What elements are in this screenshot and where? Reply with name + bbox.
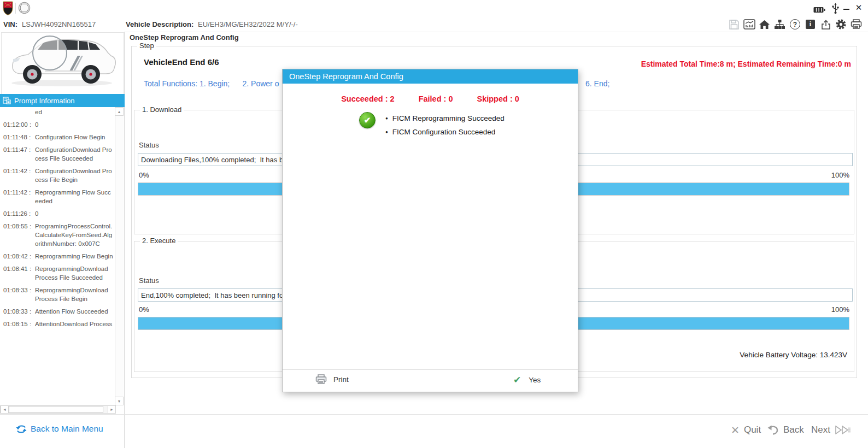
mg-round-logo-icon	[18, 2, 31, 16]
info-button[interactable]: i	[804, 18, 817, 31]
log-time: 01:08:15 :	[3, 320, 34, 330]
quit-label: Quit	[744, 425, 761, 435]
toolbar: ? i	[728, 18, 863, 31]
log-entry: 01:11:42 : ConfigurationDownload Process…	[3, 167, 114, 184]
settings-gear-button[interactable]	[835, 18, 847, 31]
yes-label: Yes	[529, 376, 541, 384]
log-entry: 01:08:41 : ReprogrammingDownload Process…	[3, 264, 114, 282]
suv-illustration	[2, 33, 122, 93]
scroll-right-arrow-icon[interactable]: ►	[108, 405, 116, 414]
battery-voltage-text: Vehicle Battery Voltage: 13.423V	[740, 351, 847, 359]
home-button[interactable]	[758, 18, 771, 31]
vehicle-image	[1, 32, 124, 95]
print-button[interactable]: Print	[315, 374, 349, 385]
vehicle-description-value: EU/EH3/MG/EH32/2022 M/Y/-/-	[198, 20, 298, 28]
next-button[interactable]: Next	[811, 422, 851, 438]
dialog-titlebar[interactable]: OneStep Reprogram And Config	[283, 69, 578, 84]
log-time: 01:11:42 :	[3, 188, 34, 205]
logo-divider	[15, 3, 16, 14]
back-label: Back	[783, 425, 804, 435]
skipped-count: Skipped : 0	[477, 95, 519, 103]
result-item: FICM Configuration Succeeded	[385, 126, 505, 139]
log-message: ConfigurationDownload Process File Succe…	[35, 145, 114, 163]
next-label: Next	[811, 425, 830, 435]
scroll-left-arrow-icon[interactable]: ◄	[1, 405, 9, 414]
yes-check-icon: ✔	[513, 374, 521, 386]
report-chart-button[interactable]	[743, 18, 755, 31]
print-toolbar-button[interactable]	[850, 18, 863, 31]
log-message: 0	[35, 209, 114, 218]
dialog-footer: Print ✔ Yes	[283, 369, 578, 392]
download-percent-min: 0%	[139, 171, 149, 179]
close-button[interactable]: ✕	[854, 2, 864, 13]
download-status-label: Status	[139, 141, 159, 149]
result-detail: ✔ FICM Reprogramming SucceededFICM Confi…	[359, 112, 505, 139]
log-time: 01:08:33 :	[3, 286, 34, 303]
log-time: 01:11:42 :	[3, 167, 34, 184]
total-functions-end-text: 6. End;	[585, 79, 609, 88]
log-time: 01:08:42 :	[3, 252, 34, 261]
save-button[interactable]	[728, 18, 740, 31]
log-message: Configuration Flow Begin	[35, 133, 114, 142]
log-time: 01:11:47 :	[3, 145, 34, 163]
execute-percent-max: 100%	[831, 305, 849, 314]
step-legend: Step	[137, 42, 156, 50]
form-list-icon	[3, 97, 11, 104]
download-percent-max: 100%	[831, 171, 849, 179]
log-vertical-scrollbar[interactable]: ▲ ▼	[115, 107, 124, 405]
log-message: AttentionDownload Process File Succeeded	[35, 320, 114, 330]
back-button[interactable]: Back	[767, 422, 804, 438]
log-message: 0	[35, 120, 114, 129]
log-time: 01:08:55 :	[3, 222, 34, 248]
minimize-button[interactable]	[842, 3, 851, 13]
log-entry: 01:12:00 : 0	[3, 120, 114, 129]
vehicle-description-label: Vehicle Description:	[126, 20, 193, 28]
battery-status-icon	[813, 5, 825, 15]
back-to-main-menu-button[interactable]: Back to Main Menu	[15, 424, 103, 434]
quit-x-icon: ✕	[731, 424, 740, 437]
log-horizontal-scrollbar[interactable]: ◄ ►	[0, 405, 116, 414]
sidebar-footer: Back to Main Menu	[0, 414, 125, 448]
result-dialog: OneStep Reprogram And Config Succeeded :…	[282, 69, 578, 392]
share-upload-button[interactable]	[819, 18, 832, 31]
scroll-up-arrow-icon[interactable]: ▲	[115, 107, 124, 116]
execute-legend: 2. Execute	[140, 237, 178, 245]
success-check-badge-icon: ✔	[359, 112, 376, 128]
sidebar: Prompt Information 01:12:17 : VehicleEnd…	[0, 32, 125, 448]
quit-button[interactable]: ✕ Quit	[731, 422, 761, 438]
yes-button[interactable]: ✔ Yes	[513, 374, 541, 386]
back-to-main-menu-label: Back to Main Menu	[31, 424, 103, 434]
help-button[interactable]: ?	[789, 18, 801, 31]
log-entry: 01:11:47 : ConfigurationDownload Process…	[3, 145, 114, 163]
log-entry: 01:11:42 : Reprogramming Flow Succeeded	[3, 188, 114, 205]
usb-status-icon	[831, 3, 840, 16]
failed-count: Failed : 0	[419, 95, 453, 103]
network-topology-button[interactable]	[773, 18, 786, 31]
log-time: 01:08:33 :	[3, 307, 34, 316]
step-progress-title: VehicleEnd End 6/6	[144, 57, 219, 67]
result-item: FICM Reprogramming Succeeded	[385, 112, 505, 126]
log-entry: 01:08:42 : Reprogramming Flow Begin	[3, 252, 114, 261]
log-entry: 01:08:15 : AttentionDownload Process Fil…	[3, 320, 114, 330]
log-time: 01:11:48 :	[3, 133, 34, 142]
log-time: 01:12:00 :	[3, 120, 34, 129]
result-stats: Succeeded : 2 Failed : 0 Skipped : 0	[283, 95, 578, 103]
log-message: ConfigurationDownload Process File Begin	[35, 167, 114, 184]
scrollbar-thumb[interactable]	[9, 406, 103, 413]
log-entry: 01:08:33 : Attention Flow Succeeded	[3, 307, 114, 316]
vehicle-info-bar: VIN: LSJWH4092NN165517 Vehicle Descripti…	[0, 16, 868, 32]
window-titlebar: ✕	[0, 0, 868, 16]
vin-value: LSJWH4092NN165517	[22, 20, 96, 28]
download-legend: 1. Download	[140, 105, 184, 114]
scroll-down-arrow-icon[interactable]: ▼	[115, 397, 124, 405]
execute-percent-min: 0%	[139, 305, 149, 314]
log-message: ReprogrammingDownload Process File Succe…	[35, 264, 114, 282]
info-icon: i	[806, 20, 815, 29]
succeeded-count: Succeeded : 2	[341, 95, 395, 103]
log-message: Attention Flow Succeeded	[35, 307, 114, 316]
prompt-information-title: Prompt Information	[14, 97, 75, 105]
app-window: ✕ VIN: LSJWH4092NN165517 Vehicle Descrip…	[0, 0, 868, 448]
printer-icon	[315, 374, 327, 385]
vin-label: VIN:	[3, 20, 17, 28]
log-entry: 01:11:48 : Configuration Flow Begin	[3, 133, 114, 142]
